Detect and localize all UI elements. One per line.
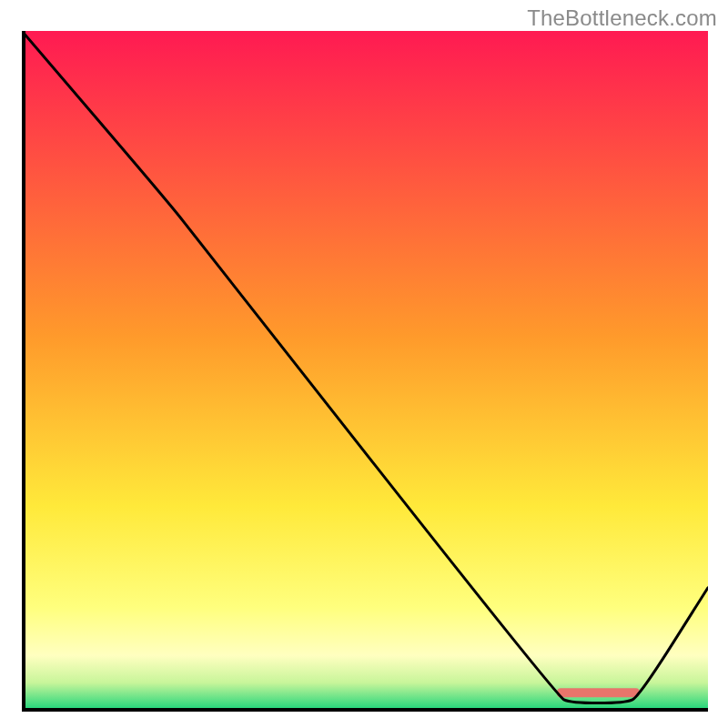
optimal-marker xyxy=(557,688,639,697)
watermark-text: TheBottleneck.com xyxy=(527,5,717,31)
bottleneck-chart: TheBottleneck.com xyxy=(0,0,728,728)
x-axis xyxy=(22,708,708,712)
plot-svg xyxy=(22,31,708,710)
y-axis xyxy=(22,31,25,712)
plot-area xyxy=(22,31,708,710)
gradient-background xyxy=(22,31,708,710)
